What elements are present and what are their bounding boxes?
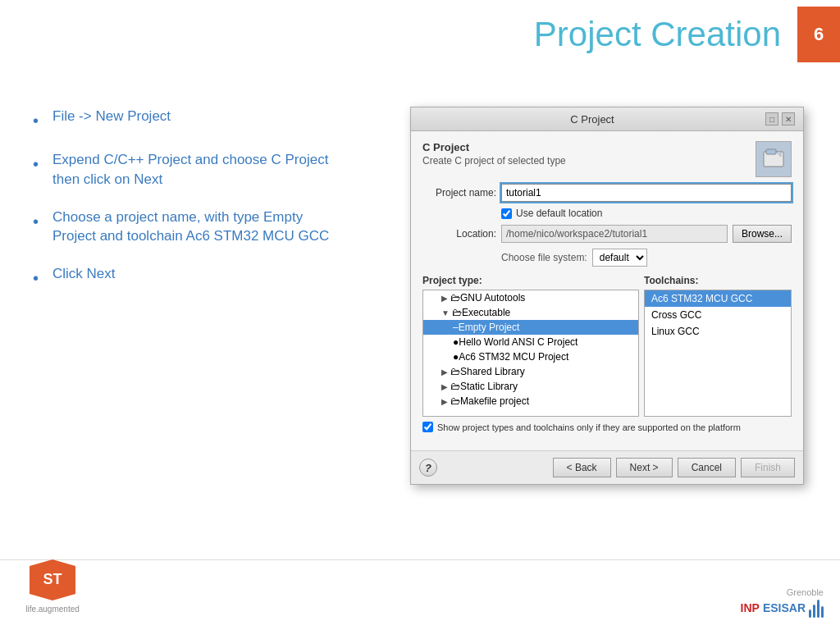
use-default-location-row: Use default location	[501, 208, 792, 219]
gnu-arrow: ▶	[441, 294, 448, 303]
tree-item-static-lib[interactable]: ▶ 🗁 Static Library	[423, 379, 638, 394]
c-project-dialog: C Project □ ✕ C Project Create C project…	[410, 107, 804, 485]
esisar-logo: ESISAR	[763, 601, 806, 614]
close-button[interactable]: ✕	[782, 112, 795, 126]
location-row: Location: Browse...	[422, 225, 792, 243]
dialog-titlebar: C Project □ ✕	[411, 107, 803, 131]
executable-folder-icon: 🗁	[452, 307, 462, 318]
dialog-title: C Project	[419, 113, 765, 126]
empty-project-dash: –	[453, 322, 459, 333]
st-logo: ST	[25, 558, 80, 602]
page-title: Project Creation	[534, 0, 797, 69]
back-button[interactable]: < Back	[553, 458, 611, 477]
inp-esisar-row: INP ESISAR	[741, 597, 824, 618]
tree-item-ac6[interactable]: ● Ac6 STM32 MCU Project	[423, 349, 638, 364]
makefile-label: Makefile project	[460, 395, 529, 407]
bullet-dot: •	[33, 153, 44, 176]
use-default-location-checkbox[interactable]	[501, 208, 512, 219]
inp-logo: INP	[741, 601, 760, 614]
tree-item-hello-world[interactable]: ● Hello World ANSI C Project	[423, 335, 638, 349]
toolchain-list[interactable]: Ac6 STM32 MCU GCC Cross GCC Linux GCC	[644, 290, 792, 417]
use-default-location-label: Use default location	[516, 208, 602, 219]
makefile-folder-icon: 🗁	[450, 395, 460, 407]
wave-decoration	[809, 597, 824, 618]
bullet-dot: •	[33, 109, 44, 132]
dialog-controls: □ ✕	[765, 112, 795, 126]
header: Project Creation 6	[534, 0, 840, 69]
bottom-divider	[0, 559, 840, 560]
shared-lib-arrow: ▶	[441, 368, 448, 377]
toolchains-header: Toolchains:	[644, 275, 792, 286]
toolchains-column: Toolchains: Ac6 STM32 MCU GCC Cross GCC …	[644, 275, 792, 417]
gnu-label: GNU Autotools	[460, 292, 525, 304]
bullet-item: •Click Next	[33, 264, 345, 290]
hello-world-dot: ●	[453, 336, 459, 348]
project-type-header: Project type:	[422, 275, 639, 286]
project-type-column: Project type: ▶ 🗁 GNU Autotools ▼ 🗁 Exec…	[422, 275, 639, 417]
hello-world-label: Hello World ANSI C Project	[459, 336, 578, 348]
slide-number: 6	[797, 7, 840, 62]
tree-item-gnu[interactable]: ▶ 🗁 GNU Autotools	[423, 290, 638, 305]
makefile-arrow: ▶	[441, 397, 448, 406]
ac6-label: Ac6 STM32 MCU Project	[459, 351, 568, 363]
static-lib-arrow: ▶	[441, 382, 448, 391]
wave-4	[821, 606, 824, 618]
project-type-list[interactable]: ▶ 🗁 GNU Autotools ▼ 🗁 Executable – Empty…	[422, 290, 639, 417]
wave-3	[817, 600, 819, 618]
location-input[interactable]	[501, 225, 728, 243]
tree-item-executable[interactable]: ▼ 🗁 Executable	[423, 305, 638, 320]
gnu-folder-icon: 🗁	[450, 292, 460, 304]
tc-cross[interactable]: Cross GCC	[645, 307, 791, 323]
grenoble-text: Grenoble	[741, 587, 824, 597]
browse-button[interactable]: Browse...	[733, 225, 792, 243]
bullet-list: •File -> New Project•Expend C/C++ Projec…	[33, 107, 345, 308]
bullet-item: •File -> New Project	[33, 107, 345, 132]
filesystem-label: Choose file system:	[501, 252, 587, 263]
minimize-button[interactable]: □	[765, 112, 778, 126]
dialog-section-sub: Create C project of selected type	[422, 155, 566, 167]
help-button[interactable]: ?	[419, 459, 437, 477]
filesystem-select[interactable]: default	[592, 249, 647, 267]
bullet-text: Expend C/C++ Project and choose C Projec…	[52, 150, 345, 189]
executable-label: Executable	[462, 307, 510, 318]
project-name-input[interactable]	[501, 184, 792, 202]
show-check-row: Show project types and toolchains only i…	[422, 422, 792, 432]
bullet-text: File -> New Project	[52, 107, 171, 126]
bullet-item: •Choose a project name, with type Empty …	[33, 208, 345, 247]
wave-1	[809, 609, 811, 618]
show-supported-label: Show project types and toolchains only i…	[437, 422, 741, 432]
grenoble-logo-area: Grenoble INP ESISAR	[741, 587, 824, 618]
tree-item-shared-lib[interactable]: ▶ 🗁 Shared Library	[423, 364, 638, 379]
dialog-icon	[756, 141, 792, 177]
wave-2	[813, 605, 815, 618]
shared-lib-label: Shared Library	[460, 366, 525, 377]
cancel-button[interactable]: Cancel	[678, 458, 736, 477]
shared-lib-folder-icon: 🗁	[450, 366, 460, 377]
filesystem-row: Choose file system: default	[501, 249, 792, 267]
bullet-text: Click Next	[52, 264, 116, 284]
st-logo-area: ST life.augmented	[25, 558, 80, 614]
tree-item-empty-project[interactable]: – Empty Project	[423, 320, 638, 335]
next-button[interactable]: Next >	[616, 458, 673, 477]
svg-rect-1	[766, 149, 776, 154]
static-lib-label: Static Library	[460, 381, 518, 392]
dialog-footer: ? < Back Next > Cancel Finish	[411, 450, 803, 484]
empty-project-label: Empty Project	[459, 322, 520, 333]
ac6-dot: ●	[453, 351, 459, 363]
static-lib-folder-icon: 🗁	[450, 381, 460, 392]
type-toolchain-section: Project type: ▶ 🗁 GNU Autotools ▼ 🗁 Exec…	[422, 275, 792, 417]
dialog-body: C Project Create C project of selected t…	[411, 131, 803, 450]
tc-ac6[interactable]: Ac6 STM32 MCU GCC	[645, 290, 791, 307]
st-tagline: life.augmented	[25, 605, 80, 614]
bullet-item: •Expend C/C++ Project and choose C Proje…	[33, 150, 345, 189]
finish-button[interactable]: Finish	[741, 458, 795, 477]
bullet-dot: •	[33, 267, 44, 290]
show-supported-checkbox[interactable]	[422, 422, 433, 432]
tc-linux[interactable]: Linux GCC	[645, 323, 791, 340]
dialog-section-title: C Project	[422, 141, 566, 153]
svg-text:ST: ST	[43, 571, 62, 587]
location-label: Location:	[422, 228, 496, 240]
tree-item-makefile[interactable]: ▶ 🗁 Makefile project	[423, 394, 638, 409]
bullet-dot: •	[33, 210, 44, 233]
bullet-text: Choose a project name, with type Empty P…	[52, 208, 345, 247]
